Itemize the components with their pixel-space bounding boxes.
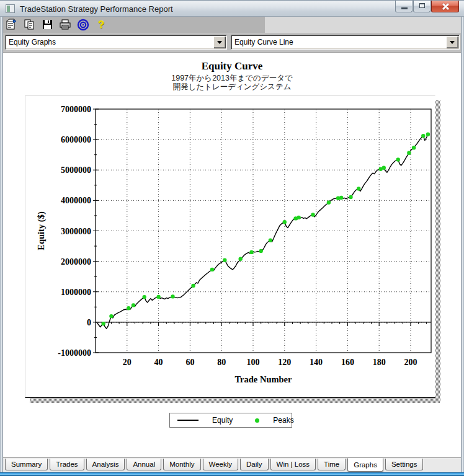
- equity-chart-canvas: -100000001000000200000030000004000000500…: [25, 96, 435, 397]
- tab-daily[interactable]: Daily: [240, 459, 269, 470]
- legend-item-peaks: Peaks: [233, 416, 293, 425]
- graph-group-value: Equity Graphs: [9, 38, 56, 46]
- selector-row: Equity Graphs Equity Curve Line: [0, 33, 464, 52]
- report-window: TradeStation Strategy Performance Report: [0, 0, 464, 476]
- chart-shadow-right: [435, 100, 440, 403]
- peak-dot: [349, 195, 352, 199]
- x-tick-label: 60: [185, 358, 194, 367]
- y-tick-label: -1000000: [58, 348, 91, 358]
- report-content: Equity Curve 1997年から2013年までのデータで 開発したトレー…: [3, 52, 461, 458]
- maximize-button[interactable]: [413, 1, 431, 12]
- save-button[interactable]: [41, 18, 53, 31]
- properties-icon: [6, 19, 17, 30]
- peak-dot: [327, 201, 331, 205]
- x-tick-label: 120: [278, 358, 291, 367]
- print-button[interactable]: [59, 18, 71, 31]
- y-tick-label: 4000000: [61, 196, 91, 205]
- tab-settings[interactable]: Settings: [385, 459, 424, 470]
- tab-time[interactable]: Time: [318, 459, 346, 470]
- peak-dot: [339, 196, 343, 200]
- target-icon: [77, 19, 89, 31]
- window-title: TradeStation Strategy Performance Report: [20, 4, 173, 14]
- peak-dot: [421, 134, 425, 138]
- peak-dot: [191, 284, 195, 288]
- graph-group-select[interactable]: Equity Graphs: [5, 35, 227, 50]
- peak-dot: [396, 157, 400, 161]
- peak-dot: [297, 216, 300, 219]
- tab-graphs[interactable]: Graphs: [347, 458, 383, 472]
- chart-subtitle-line2: 開発したトレーディングシステム: [3, 82, 461, 92]
- minimize-icon: [401, 7, 408, 9]
- x-tick-label: 160: [341, 358, 354, 367]
- graph-view-select[interactable]: Equity Curve Line: [231, 35, 460, 50]
- tab-bar: SummaryTradesAnalysisAnnualMonthlyWeekly…: [0, 457, 464, 473]
- window-border-right: [461, 17, 464, 472]
- peak-dot: [102, 322, 105, 325]
- x-tick-label: 100: [246, 358, 259, 367]
- help-icon: ?: [98, 19, 104, 31]
- window-border-bottom: [0, 472, 464, 476]
- graph-view-value: Equity Curve Line: [234, 38, 293, 46]
- save-icon: [42, 19, 53, 30]
- peak-dot: [357, 187, 360, 190]
- tab-win-loss[interactable]: Win | Loss: [270, 459, 316, 470]
- equity-curve-line: [97, 134, 428, 328]
- peak-dot: [171, 294, 174, 298]
- chart-shadow-bottom: [30, 398, 440, 403]
- properties-button[interactable]: [5, 18, 17, 31]
- graph-group-dropdown-button[interactable]: [213, 36, 226, 48]
- peaks-dot-sample: [255, 418, 259, 423]
- y-tick-label: 6000000: [61, 135, 91, 144]
- title-bar[interactable]: TradeStation Strategy Performance Report: [0, 0, 464, 17]
- peak-dot: [223, 258, 226, 262]
- tab-monthly[interactable]: Monthly: [163, 459, 200, 470]
- copy-button[interactable]: [23, 18, 35, 31]
- peak-dot: [382, 166, 386, 170]
- toolbar: ?: [0, 17, 464, 33]
- help-button[interactable]: ?: [95, 18, 107, 31]
- x-tick-label: 40: [154, 358, 163, 367]
- tab-trades[interactable]: Trades: [50, 459, 84, 470]
- y-tick-label: 2000000: [61, 257, 91, 267]
- window-icon: [6, 4, 15, 13]
- target-button[interactable]: [77, 18, 89, 31]
- chart-page: -100000001000000200000030000004000000500…: [25, 95, 435, 398]
- chevron-down-icon: [217, 41, 222, 44]
- copy-icon: [24, 19, 35, 30]
- peak-dot: [412, 146, 416, 149]
- chart-legend: EquityPeaks: [169, 413, 292, 428]
- legend-label: Peaks: [273, 416, 293, 425]
- tab-annual[interactable]: Annual: [127, 459, 161, 470]
- graph-view-dropdown-button[interactable]: [446, 36, 458, 48]
- peak-dot: [239, 257, 243, 261]
- chart-title: Equity Curve: [3, 60, 461, 73]
- y-tick-label: 7000000: [61, 105, 91, 114]
- equity-line-sample: [177, 420, 199, 421]
- tab-weekly[interactable]: Weekly: [203, 459, 239, 470]
- peak-dot: [132, 303, 135, 307]
- y-tick-label: 3000000: [61, 227, 91, 236]
- window-border-left: [0, 17, 3, 472]
- x-tick-label: 180: [373, 358, 386, 367]
- peak-dot: [156, 295, 160, 299]
- tab-analysis[interactable]: Analysis: [86, 459, 125, 470]
- peak-dot: [127, 306, 130, 310]
- x-tick-label: 20: [123, 358, 132, 367]
- peak-dot: [210, 268, 214, 271]
- x-axis-title: Trade Number: [235, 374, 293, 384]
- legend-label: Equity: [212, 416, 233, 425]
- peak-dot: [407, 151, 411, 155]
- close-button[interactable]: [431, 1, 459, 12]
- chevron-down-icon: [450, 41, 455, 44]
- x-tick-label: 80: [217, 358, 226, 367]
- peak-dot: [259, 249, 263, 253]
- tab-summary[interactable]: Summary: [5, 459, 48, 470]
- maximize-icon: [419, 3, 425, 8]
- y-axis-title: Equity ($): [36, 211, 47, 250]
- y-tick-label: 1000000: [61, 288, 91, 297]
- legend-item-equity: Equity: [170, 416, 233, 425]
- x-tick-label: 140: [310, 358, 323, 367]
- peak-dot: [249, 250, 253, 254]
- peak-dot: [269, 239, 272, 242]
- minimize-button[interactable]: [395, 1, 413, 12]
